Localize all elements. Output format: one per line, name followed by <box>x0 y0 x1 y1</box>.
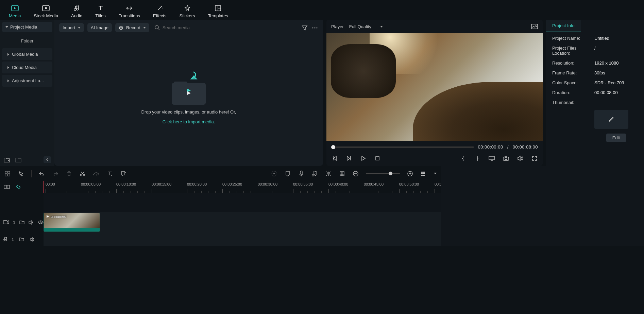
ruler-label: 00:00:35:00 <box>293 182 313 186</box>
audio-track-index: 1 <box>12 237 14 242</box>
render-icon[interactable] <box>339 170 345 177</box>
undo-button[interactable] <box>38 170 45 177</box>
display-button[interactable] <box>488 155 495 162</box>
project-name-value: Untitled <box>594 36 609 41</box>
mark-out-button[interactable]: } <box>474 155 481 162</box>
sidebar-folder[interactable]: Folder <box>2 35 52 47</box>
playhead[interactable] <box>44 181 44 193</box>
tab-label: Templates <box>208 13 228 18</box>
step-forward-button[interactable] <box>345 155 352 162</box>
tab-label: Effects <box>153 13 167 18</box>
link-icon[interactable] <box>15 184 22 190</box>
mute-icon[interactable] <box>29 236 36 243</box>
delete-button[interactable] <box>66 170 72 177</box>
new-folder-icon[interactable] <box>3 156 10 163</box>
video-track-index: 1 <box>13 220 15 225</box>
track-folder-icon[interactable] <box>19 219 24 226</box>
zoom-in-button[interactable] <box>407 170 413 177</box>
ruler-label: 00:00:05:00 <box>81 182 101 186</box>
video-clip[interactable]: unnamed <box>44 213 100 232</box>
zoom-slider[interactable] <box>366 173 400 174</box>
crop-button[interactable] <box>120 170 127 177</box>
snapshot-compare-icon[interactable] <box>531 23 538 30</box>
tab-transitions[interactable]: Transitions <box>117 4 142 18</box>
video-preview[interactable] <box>326 33 543 141</box>
svg-rect-20 <box>5 171 7 173</box>
sidebar-adjustment-layer[interactable]: Adjustment La... <box>2 75 52 87</box>
fullscreen-button[interactable] <box>531 155 538 162</box>
stickers-icon <box>184 4 191 12</box>
track-folder-icon[interactable] <box>18 236 25 243</box>
snapshot-button[interactable] <box>503 155 509 162</box>
visible-icon[interactable] <box>38 219 44 226</box>
audio-mix-icon[interactable] <box>311 170 318 177</box>
search-input[interactable] <box>163 25 203 30</box>
chevron-down-icon[interactable] <box>434 173 437 174</box>
zoom-out-button[interactable] <box>352 170 359 177</box>
mark-in-button[interactable]: { <box>460 155 467 162</box>
project-info-tab[interactable]: Project Info <box>546 20 581 32</box>
volume-button[interactable] <box>517 155 524 162</box>
audio-track-icon <box>3 237 7 242</box>
media-drop-zone[interactable]: Drop your video clips, images, or audio … <box>54 36 323 166</box>
stock-media-icon <box>42 4 50 12</box>
layout-icon[interactable] <box>4 170 11 177</box>
info-label: Frame Rate: <box>552 70 594 75</box>
voiceover-icon[interactable] <box>298 170 305 177</box>
magnet-icon[interactable] <box>325 170 332 177</box>
svg-point-10 <box>312 27 313 28</box>
play-button[interactable] <box>360 155 367 162</box>
edit-button[interactable]: Edit <box>606 134 626 142</box>
sidebar-project-media[interactable]: Project Media <box>2 22 52 32</box>
sidebar-global-media[interactable]: Global Media <box>2 48 52 60</box>
cut-button[interactable] <box>79 170 86 177</box>
text-button[interactable] <box>106 170 113 177</box>
more-icon[interactable] <box>311 24 318 31</box>
svg-rect-26 <box>121 172 125 175</box>
tab-titles[interactable]: Titles <box>93 4 108 18</box>
tab-stock-media[interactable]: Stock Media <box>32 4 60 18</box>
time-sep: / <box>507 144 509 150</box>
stop-button[interactable] <box>374 155 381 162</box>
marker-icon[interactable] <box>284 170 291 177</box>
seek-bar[interactable] <box>331 146 474 148</box>
import-link[interactable]: Click here to import media. <box>163 119 215 124</box>
speed-button[interactable] <box>93 170 100 177</box>
ruler-label: 00:00 <box>46 182 55 186</box>
tab-media[interactable]: Media <box>7 4 23 18</box>
quality-dropdown[interactable]: Full Quality <box>349 24 383 29</box>
sidebar-cloud-media[interactable]: Cloud Media <box>2 62 52 73</box>
svg-rect-15 <box>489 156 494 160</box>
view-options-icon[interactable] <box>420 170 427 177</box>
timeline-link-icon[interactable] <box>3 184 10 190</box>
svg-point-7 <box>120 27 122 29</box>
titles-icon <box>97 4 104 12</box>
button-label: AI Image <box>91 25 108 30</box>
mute-icon[interactable] <box>29 219 34 226</box>
redo-button[interactable] <box>52 170 59 177</box>
sidebar-label: Project Media <box>10 24 37 30</box>
chevron-down-icon <box>143 27 146 29</box>
audio-icon <box>73 4 81 12</box>
svg-point-12 <box>316 27 317 28</box>
tab-effects[interactable]: Effects <box>151 4 169 18</box>
thumbnail-box[interactable] <box>594 110 628 129</box>
tab-templates[interactable]: Templates <box>206 4 230 18</box>
tab-stickers[interactable]: Stickers <box>177 4 197 18</box>
ai-image-button[interactable]: AI Image <box>87 23 112 32</box>
collapse-sidebar-button[interactable] <box>44 156 51 163</box>
svg-rect-38 <box>421 175 423 176</box>
svg-rect-37 <box>421 173 423 174</box>
filter-icon[interactable] <box>301 24 308 31</box>
chevron-right-icon <box>7 66 9 69</box>
folder-icon[interactable] <box>15 156 22 163</box>
timeline-ruler[interactable]: 00:0000:00:05:0000:00:10:0000:00:15:0000… <box>44 181 441 193</box>
record-button[interactable]: Record <box>115 23 149 32</box>
import-button[interactable]: Import <box>59 23 84 32</box>
tab-audio[interactable]: Audio <box>69 4 84 18</box>
auto-color-icon[interactable] <box>271 170 277 177</box>
prev-frame-button[interactable] <box>331 155 338 162</box>
clip-label: unnamed <box>51 214 66 219</box>
cursor-icon[interactable] <box>18 170 24 177</box>
svg-point-2 <box>45 7 47 9</box>
